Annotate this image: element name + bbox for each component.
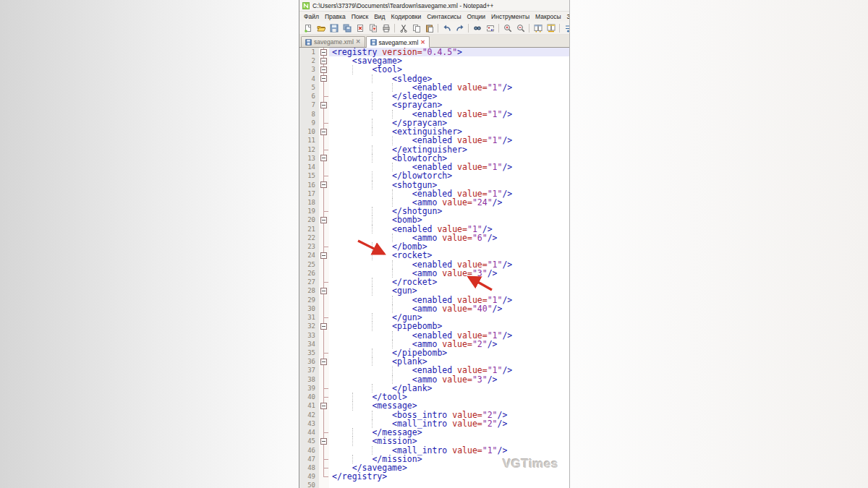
cut-button[interactable] <box>397 22 409 34</box>
fold-toggle-icon[interactable] <box>319 48 329 56</box>
tab-savegame-xml-1[interactable]: savegame.xml✕ <box>301 36 365 47</box>
tab-label: savegame.xml <box>314 38 354 46</box>
menu-bar: ФайлПравкаПоискВидКодировкиСинтаксисыОпц… <box>299 12 569 22</box>
sync-horizontal-scroll-button[interactable] <box>545 22 557 34</box>
zoom-out-icon <box>516 24 525 33</box>
fold-toggle-icon[interactable] <box>319 100 329 109</box>
menu-item-10[interactable]: З <box>564 13 569 20</box>
line-number: 8 <box>299 110 319 119</box>
line-number: 40 <box>299 393 319 401</box>
code-line-3[interactable]: 3 <tool> <box>299 65 569 74</box>
menu-item-1[interactable]: Файл <box>301 13 322 20</box>
save-button[interactable] <box>328 22 340 34</box>
menu-item-8[interactable]: Инструменты <box>488 13 532 20</box>
fold-toggle-icon[interactable] <box>319 56 329 65</box>
menu-item-4[interactable]: Вид <box>371 13 388 20</box>
notepad-plus-plus-icon <box>302 2 310 9</box>
open-file-button[interactable] <box>315 22 327 34</box>
fold-toggle-icon[interactable] <box>319 181 329 189</box>
line-number: 32 <box>299 322 319 330</box>
close-all-button[interactable] <box>367 22 379 34</box>
notepad-plus-plus-window: C:\Users\37379\Documents\Teardown\savega… <box>299 0 570 488</box>
line-number: 25 <box>299 260 319 269</box>
tab-savegame-xml-2[interactable]: savegame.xml✕ <box>366 36 430 48</box>
line-number: 42 <box>299 411 319 419</box>
copy-button[interactable] <box>410 22 422 34</box>
line-number: 15 <box>299 171 319 180</box>
paste-icon <box>425 24 434 33</box>
line-number: 24 <box>299 251 319 260</box>
tab-close-icon[interactable]: ✕ <box>356 39 361 45</box>
fold-margin <box>319 366 329 374</box>
fold-toggle-icon[interactable] <box>319 154 329 163</box>
line-number: 5 <box>299 83 319 92</box>
fold-toggle-icon[interactable] <box>319 286 329 295</box>
print-button[interactable] <box>380 22 392 34</box>
line-number: 3 <box>299 65 319 74</box>
fold-toggle-icon[interactable] <box>319 401 329 410</box>
line-number: 21 <box>299 225 319 234</box>
fold-margin <box>319 313 329 322</box>
find-button[interactable] <box>471 22 483 34</box>
code-line-50[interactable]: 50 <box>299 481 569 488</box>
tab-close-icon[interactable]: ✕ <box>420 40 425 46</box>
code-text: <message> <box>329 401 569 410</box>
menu-item-6[interactable]: Синтаксисы <box>424 13 464 20</box>
sync-horizontal-scroll-icon <box>547 24 556 33</box>
fold-toggle-icon[interactable] <box>319 437 329 445</box>
menu-item-2[interactable]: Правка <box>322 13 349 20</box>
sync-vertical-scroll-icon <box>534 24 542 33</box>
fold-toggle-icon[interactable] <box>319 251 329 260</box>
new-file-button[interactable] <box>302 22 314 34</box>
code-line-46[interactable]: 46 <mall_intro value="1"/> <box>299 446 569 455</box>
line-number: 48 <box>299 463 319 472</box>
sync-vertical-scroll-button[interactable] <box>532 22 544 34</box>
fold-margin <box>319 234 329 242</box>
code-line-49[interactable]: 49</registry> <box>299 472 569 481</box>
replace-icon <box>486 24 495 33</box>
fold-toggle-icon[interactable] <box>319 215 329 224</box>
menu-item-5[interactable]: Кодировки <box>388 13 425 20</box>
line-number: 1 <box>299 48 319 56</box>
tab-bar: savegame.xml✕savegame.xml✕ <box>299 35 569 48</box>
code-line-20[interactable]: 20 <bomb> <box>299 215 569 224</box>
line-number: 44 <box>299 428 319 437</box>
fold-toggle-icon[interactable] <box>319 322 329 330</box>
fold-toggle-icon[interactable] <box>319 74 329 83</box>
copy-icon <box>412 24 421 33</box>
fold-toggle-icon[interactable] <box>319 65 329 74</box>
fold-margin <box>319 304 329 313</box>
code-text: </extinguisher> <box>329 145 569 154</box>
line-number: 31 <box>299 313 319 322</box>
zoom-out-button[interactable] <box>514 22 527 34</box>
save-icon <box>330 24 339 33</box>
redo-button[interactable] <box>454 22 466 34</box>
toolbar-separator <box>394 24 395 33</box>
word-wrap-button[interactable] <box>562 22 569 34</box>
close-button[interactable] <box>354 22 366 34</box>
fold-margin <box>319 455 329 463</box>
menu-item-3[interactable]: Поиск <box>349 13 372 20</box>
fold-toggle-icon[interactable] <box>319 127 329 136</box>
save-all-button[interactable] <box>341 22 353 34</box>
zoom-in-button[interactable] <box>501 22 514 34</box>
menu-item-7[interactable]: Опции <box>464 13 489 20</box>
fold-margin <box>319 269 329 278</box>
code-text: <boss_intro value="2"/> <box>329 411 569 419</box>
code-editor[interactable]: 1<registry version="0.4.5">2 <savegame>3… <box>299 48 569 488</box>
line-number: 33 <box>299 331 319 340</box>
line-number: 16 <box>299 181 319 189</box>
fold-margin <box>319 411 329 419</box>
line-number: 10 <box>299 127 319 136</box>
toolbar-separator <box>468 24 469 33</box>
fold-margin <box>319 163 329 171</box>
menu-item-9[interactable]: Макросы <box>532 13 563 20</box>
fold-margin <box>319 171 329 180</box>
replace-button[interactable] <box>484 22 496 34</box>
undo-button[interactable] <box>441 22 453 34</box>
paste-button[interactable] <box>423 22 435 34</box>
fold-toggle-icon[interactable] <box>319 357 329 366</box>
redo-icon <box>456 24 464 33</box>
fold-margin <box>319 375 329 384</box>
find-icon <box>473 24 482 33</box>
